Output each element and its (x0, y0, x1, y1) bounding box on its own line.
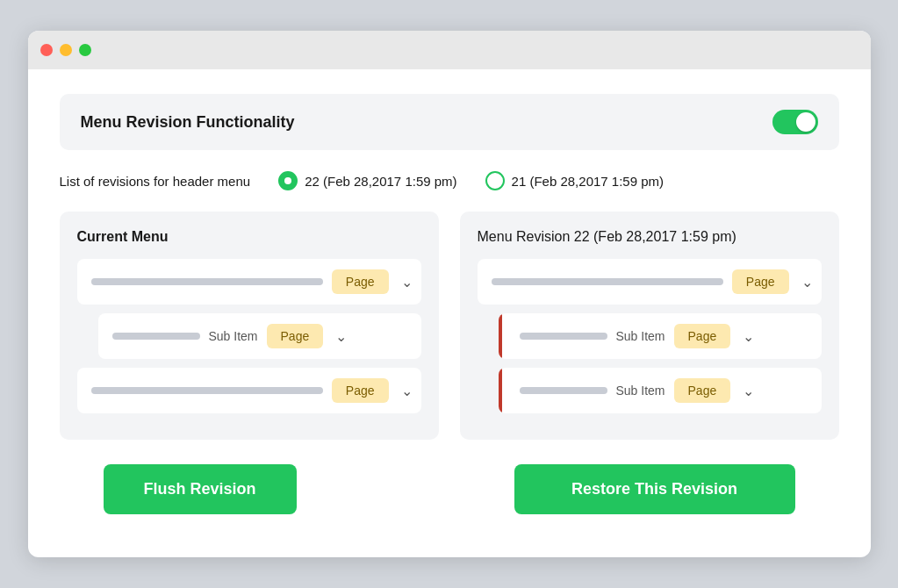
revision-panel-title-detail: 22 (Feb 28,2017 1:59 pm) (574, 229, 736, 244)
radio-21[interactable] (485, 171, 505, 190)
titlebar (28, 31, 871, 69)
revision-item-2-changed-indicator (499, 313, 502, 359)
current-menu-panel: Current Menu Page ⌄ Sub Item Page ⌄ Page… (60, 212, 439, 440)
current-item-2-label: Sub Item (209, 329, 258, 343)
main-content: Menu Revision Functionality List of revi… (28, 69, 871, 542)
current-panel-title: Current Menu (77, 229, 421, 245)
menu-revision-toggle[interactable] (772, 110, 818, 134)
maximize-button[interactable] (79, 44, 91, 56)
current-item-1-badge: Page (332, 269, 389, 294)
revision-item-1-chevron: ⌄ (801, 274, 813, 290)
minimize-button[interactable] (60, 44, 72, 56)
revision-item-3-chevron: ⌄ (743, 383, 754, 399)
revision-22-label: 22 (Feb 28,2017 1:59 pm) (305, 174, 456, 189)
revision-item-2: Sub Item Page ⌄ (499, 313, 822, 359)
current-item-1: Page ⌄ (77, 259, 421, 305)
flush-revision-button[interactable]: Flush Revision (104, 464, 297, 514)
current-item-1-bar (91, 278, 323, 285)
revision-item-3-bar (520, 387, 607, 394)
revision-item-3-changed-indicator (499, 368, 502, 413)
revision-item-3: Sub Item Page ⌄ (499, 368, 822, 413)
current-item-3-bar (91, 387, 323, 394)
revision-item-2-bar (520, 333, 607, 340)
revision-item-2-label: Sub Item (616, 329, 665, 343)
panels-row: Current Menu Page ⌄ Sub Item Page ⌄ Page… (60, 212, 839, 440)
app-window: Menu Revision Functionality List of revi… (28, 31, 871, 557)
restore-revision-button[interactable]: Restore This Revision (514, 464, 795, 514)
revisions-list-label: List of revisions for header menu (60, 174, 251, 189)
current-item-3: Page ⌄ (77, 368, 421, 413)
current-item-3-chevron: ⌄ (401, 383, 413, 399)
revision-item-2-badge: Page (674, 324, 731, 348)
revision-option-22[interactable]: 22 (Feb 28,2017 1:59 pm) (278, 171, 456, 190)
revision-item-1-bar (492, 278, 723, 285)
radio-22[interactable] (278, 171, 298, 190)
current-item-2-chevron: ⌄ (335, 328, 347, 345)
revision-item-2-chevron: ⌄ (743, 328, 754, 345)
buttons-row: Flush Revision Restore This Revision (60, 464, 839, 514)
revision-21-label: 21 (Feb 28,2017 1:59 pm) (512, 174, 664, 189)
close-button[interactable] (40, 44, 53, 56)
revision-panel-title-text: Menu Revision (478, 229, 571, 244)
toggle-row: Menu Revision Functionality (60, 94, 839, 150)
current-item-1-chevron: ⌄ (401, 274, 413, 290)
current-item-2: Sub Item Page ⌄ (98, 313, 421, 359)
current-item-2-badge: Page (267, 324, 324, 348)
revision-item-1: Page ⌄ (478, 259, 822, 305)
revision-option-21[interactable]: 21 (Feb 28,2017 1:59 pm) (485, 171, 664, 190)
revision-panel-title: Menu Revision 22 (Feb 28,2017 1:59 pm) (478, 229, 822, 245)
revision-item-1-badge: Page (732, 269, 789, 294)
current-item-2-bar (112, 333, 200, 340)
revisions-row: List of revisions for header menu 22 (Fe… (60, 171, 839, 190)
revision-item-3-badge: Page (674, 378, 731, 403)
current-item-3-badge: Page (332, 378, 389, 403)
revision-item-3-label: Sub Item (616, 384, 665, 398)
revision-menu-panel: Menu Revision 22 (Feb 28,2017 1:59 pm) P… (460, 212, 839, 440)
toggle-label: Menu Revision Functionality (81, 113, 295, 132)
